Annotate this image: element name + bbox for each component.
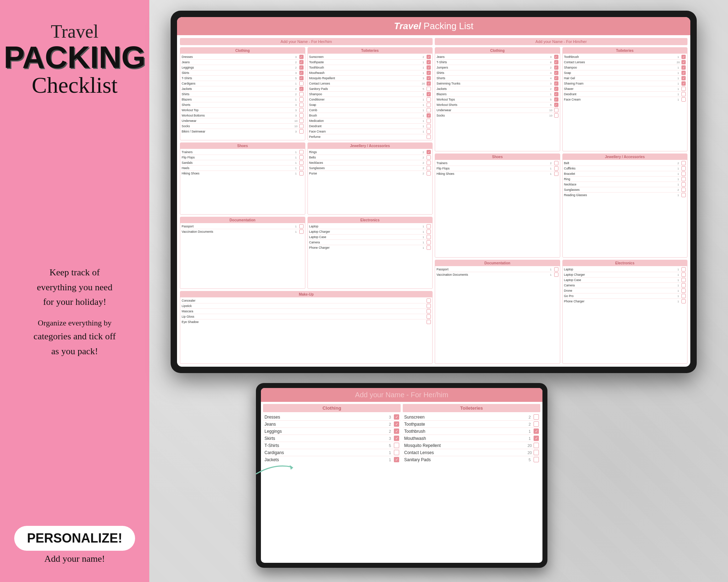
- small-item-row: Jeans2✓: [263, 421, 401, 428]
- small-item-row: Leggings2✓: [263, 428, 401, 435]
- item-row: Belts2: [309, 155, 431, 160]
- p2-shoes-jewellery: Shoes Trainers2 Flip Flops1 Hiking Shoes…: [435, 153, 687, 258]
- item-row: Socks10: [437, 113, 558, 118]
- item-row: Mouthwash1✓: [309, 70, 431, 76]
- item-row: Toothbrush1✓: [564, 54, 686, 60]
- personalize-block: PERSONALIZE! Add your name!: [14, 526, 135, 564]
- item-row: Trainers1: [182, 150, 304, 155]
- item-row: Sunglasses2: [309, 166, 431, 171]
- tagline-6: as you pack!: [33, 344, 116, 359]
- item-row: Blazers1✓: [437, 92, 558, 97]
- person1-header: Add your Name - For Her/him: [180, 38, 433, 45]
- item-row: T-Shirts8✓: [437, 60, 558, 65]
- p2-documentation-section: Documentation Passport1 Vaccination Docu…: [435, 260, 560, 364]
- personalize-box: PERSONALIZE!: [14, 526, 135, 551]
- p2-jewellery-section: Jewellery / Accessories Belt2 Cufflinks1…: [562, 153, 688, 258]
- item-row: Jumpers2✓: [437, 65, 558, 70]
- item-row: Bracelet1: [564, 171, 686, 177]
- item-row: Concealer: [182, 298, 431, 303]
- item-row: Deodrant1: [309, 124, 431, 129]
- person2-sections: Clothing Jeans3✓ T-Shirts8✓ Jumpers2✓ Sh…: [435, 47, 687, 151]
- item-row: Contact Lenses20✓: [309, 81, 431, 86]
- doc-body: Add your Name - For Her/him Clothing Dre…: [177, 35, 690, 367]
- p1-makeup-title: Make-Up: [180, 291, 432, 297]
- tablet-small: Add your Name - For Her/him Clothing Dre…: [256, 383, 547, 568]
- p1-toiletries-content: Sunscreen2✓ Toothpaste1✓ Toothbrush1✓ Mo…: [308, 54, 433, 140]
- doc-title-rest: Packing List: [424, 21, 473, 31]
- p2-clothing-title: Clothing: [435, 48, 560, 54]
- p1-shoes-jewellery: Shoes Trainers1 Flip Flops1 Sandals1 Hee…: [180, 142, 433, 215]
- item-row: Reading Glasses1: [564, 193, 686, 198]
- tagline-4: Organize everything by: [33, 317, 116, 329]
- travel-label: Travel: [4, 21, 145, 42]
- item-row: Eye Shadow: [182, 319, 431, 324]
- item-row: Vaccination Documents1: [182, 229, 304, 234]
- main-title-block: Travel PACKING Checklist: [4, 21, 145, 98]
- p2-toiletries-section: Toileteries Toothbrush1✓ Contact Lenses2…: [562, 47, 688, 151]
- item-row: Passport1: [182, 224, 304, 229]
- item-row: Laptop1: [309, 224, 431, 229]
- arrow-container: [252, 456, 295, 479]
- small-item-row: Mosquito Repellent20: [403, 442, 540, 449]
- small-toiletries-content: Sunscreen2 Toothpaste2 Toothbrush1✓ Mout…: [403, 414, 540, 463]
- item-row: Laptop1: [564, 267, 686, 272]
- svg-marker-0: [290, 465, 293, 470]
- p2-electronics-section: Electronics Laptop1 Laptop Charger1 Lapt…: [562, 260, 688, 364]
- item-row: Soap1✓: [564, 70, 686, 76]
- packing-label: PACKING: [4, 42, 145, 73]
- left-panel: Travel PACKING Checklist Keep track of e…: [0, 0, 149, 582]
- p1-shoes-title: Shoes: [180, 143, 305, 149]
- small-header-text: Add your Name - For Her/him: [267, 391, 537, 399]
- item-row: Necklaces2: [309, 160, 431, 166]
- small-item-row: Contact Lenses20: [403, 449, 540, 456]
- tagline-3: for your holiday!: [33, 295, 116, 309]
- tagline-1: Keep track of: [33, 265, 116, 280]
- item-row: Camera1: [564, 283, 686, 288]
- small-toiletries-col: Toileteries Sunscreen2 Toothpaste2 Tooth…: [403, 404, 540, 561]
- item-row: Sandals1: [182, 160, 304, 166]
- item-row: Shaving Foam1✓: [564, 81, 686, 86]
- p2-toiletries-content: Toothbrush1✓ Contact Lenses20✓ Shampoo1✓…: [563, 54, 687, 103]
- tagline-2: everything you need: [33, 280, 116, 295]
- tagline-block: Keep track of everything you need for yo…: [33, 265, 116, 359]
- small-item-row: Sanitary Pads5: [403, 456, 540, 463]
- item-row: Dresses3✓: [182, 54, 304, 60]
- item-row: Shirts4✓: [437, 70, 558, 76]
- item-row: Socks10: [182, 124, 304, 129]
- item-row: Workout Shorts5✓: [437, 102, 558, 108]
- item-row: Contact Lenses20✓: [564, 60, 686, 65]
- p2-toiletries-title: Toileteries: [563, 48, 687, 54]
- item-row: Comb1: [309, 108, 431, 113]
- item-row: Underwear10: [437, 108, 558, 113]
- item-row: Cufflinks1: [564, 166, 686, 171]
- item-row: Laptop Charger1: [564, 272, 686, 277]
- item-row: Lip Gloss: [182, 314, 431, 319]
- item-row: Shaver1: [564, 86, 686, 92]
- p1-doc-electronics: Documentation Passport1 Vaccination Docu…: [180, 217, 433, 289]
- p2-electronics-content: Laptop1 Laptop Charger1 Laptop Case1 Cam…: [563, 266, 687, 305]
- p2-clothing-content: Jeans3✓ T-Shirts8✓ Jumpers2✓ Shirts4✓ Sh…: [435, 54, 560, 119]
- item-row: Hiking Shoes1: [437, 171, 558, 176]
- person1-col: Add your Name - For Her/him Clothing Dre…: [180, 38, 433, 364]
- p1-shoes-content: Trainers1 Flip Flops1 Sandals1 Heels1 Hi…: [180, 149, 305, 177]
- item-row: Cardigans1: [182, 81, 304, 86]
- small-clothing-title: Clothing: [263, 404, 401, 412]
- p1-jewellery-section: Jewellery / Accessories Rings2✓ Belts2 N…: [307, 142, 433, 215]
- item-row: Shorts3: [182, 102, 304, 108]
- small-item-row: Skirts3✓: [263, 435, 401, 442]
- item-row: Sunglasses2: [564, 187, 686, 193]
- tagline-5: categories and tick off: [33, 329, 116, 344]
- add-name-label: Add your name!: [14, 554, 135, 564]
- p1-makeup-content: Concealer Lipstick Mascara Lip Gloss Eye…: [180, 297, 432, 325]
- item-row: Flip Flops1: [437, 166, 558, 171]
- small-header: Add your Name - For Her/him: [261, 388, 542, 402]
- p2-electronics-title: Electronics: [563, 260, 687, 266]
- item-row: Go Pro1: [564, 293, 686, 299]
- item-row: Laptop Charger1: [309, 229, 431, 235]
- item-row: Shampoo1✓: [309, 92, 431, 97]
- item-row: Medication1: [309, 118, 431, 124]
- item-row: Mosquito Repellent3✓: [309, 76, 431, 81]
- small-clothing-content: Dresses3✓ Jeans2✓ Leggings2✓ Skirts3✓ T-…: [263, 414, 401, 463]
- item-row: Soap1: [309, 102, 431, 108]
- small-item-row: Toothpaste2: [403, 421, 540, 428]
